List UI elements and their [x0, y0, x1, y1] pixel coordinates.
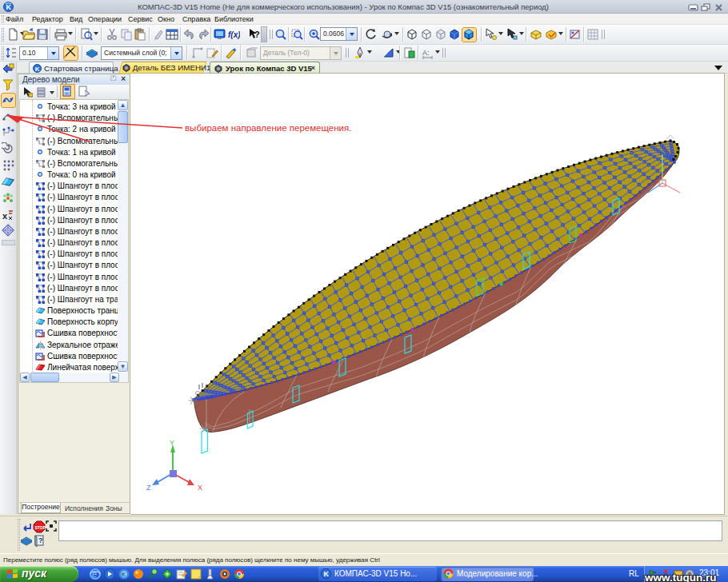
svg-text:K: K [35, 66, 40, 73]
svg-text:K: K [122, 572, 126, 577]
svg-text:A:: A: [422, 49, 430, 57]
svg-text:X: X [198, 484, 202, 492]
svg-text:Y: Y [170, 439, 174, 447]
svg-text:STOP: STOP [35, 525, 46, 530]
svg-text:K: K [323, 570, 329, 578]
svg-text:f(x): f(x) [228, 30, 240, 39]
svg-text:?: ? [38, 536, 43, 544]
svg-text:x: x [2, 211, 8, 221]
svg-text:?: ? [254, 30, 260, 39]
svg-text:Z: Z [146, 484, 151, 492]
svg-text:e: e [92, 569, 97, 579]
